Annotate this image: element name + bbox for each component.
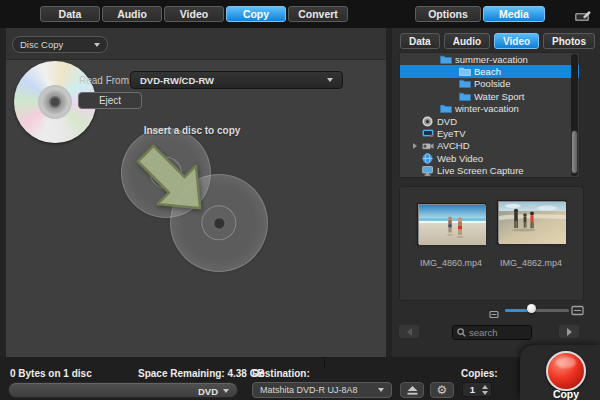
folder-icon [458,92,471,101]
thumbnail-size-slider-knob[interactable] [527,304,536,313]
video-thumbnails-panel: IMG_4860.mp4 IMG_4862.mp4 [399,186,584,301]
tree-item-beach[interactable]: Beach [400,65,579,77]
search-input[interactable] [469,327,527,338]
tab-options[interactable]: Options [415,6,481,22]
tree-item-avchd[interactable]: AVCHD [400,140,579,152]
disc-burner-app: Data Audio Video Copy Convert Options Me… [0,0,600,400]
tree-item-summer-vacation[interactable]: summer-vacation [400,53,579,65]
tab-data[interactable]: Data [40,6,100,22]
copy-record-button[interactable] [546,351,586,391]
copies-stepper[interactable]: 1 [462,382,492,397]
disc-copy-mode-label: Disc Copy [20,39,63,50]
camcorder-icon [421,142,434,150]
tree-scrollbar[interactable] [571,54,578,176]
tree-item-label: DVD [437,116,457,127]
eject-destination-button[interactable] [400,382,424,398]
media-search-field[interactable] [452,325,532,340]
folder-icon [458,79,471,88]
eject-source-button[interactable]: Eject [78,92,142,109]
tree-item-dvd[interactable]: DVD [400,115,579,127]
stepper-down-icon[interactable] [482,391,488,395]
globe-icon [421,153,434,164]
tree-item-water-sport[interactable]: Water Sport [400,90,579,102]
media-source-tree: summer-vacation Beach Poolside Water Spo… [399,52,580,178]
chevron-down-icon [378,388,384,392]
tree-item-label: AVCHD [437,140,470,151]
tree-item-label: Web Video [437,153,483,164]
monitor-icon [421,166,434,176]
tree-item-live-screen-capture[interactable]: Live Screen Capture [400,165,579,177]
thumbnail-size-small-icon [489,305,499,323]
copy-button-label: Copy [536,388,596,400]
capacity-type-value: DVD [198,386,218,397]
search-icon [457,328,466,337]
tab-copy[interactable]: Copy [226,6,286,22]
destination-label: Destination: [252,368,310,379]
tree-item-label: EyeTV [437,128,466,139]
disc-capacity-bar: DVD [8,382,238,398]
function-tabs: Data Audio Video Copy Convert [40,6,348,22]
media-tab-video[interactable]: Video [494,33,539,49]
video-thumbnail-img-4860[interactable] [418,204,485,244]
media-tab-photos[interactable]: Photos [543,33,595,49]
thumbnail-size-large-icon [571,302,584,320]
media-type-tabs: Data Audio Video Photos [400,33,595,49]
next-page-button[interactable] [558,324,580,339]
disclosure-triangle-icon[interactable] [413,140,421,151]
tree-item-web-video[interactable]: Web Video [400,152,579,164]
bottom-divider [324,357,325,368]
disc-usage-status: 0 Bytes on 1 disc [10,368,92,379]
chevron-down-icon [327,78,333,82]
dvd-icon [421,116,434,127]
media-tab-data[interactable]: Data [400,33,440,49]
tab-convert[interactable]: Convert [288,6,348,22]
thumbnail-size-slider[interactable] [505,309,569,312]
video-thumbnail-img-4862[interactable] [498,201,565,243]
media-tab-audio[interactable]: Audio [444,33,490,49]
tree-item-winter-vacation[interactable]: winter-vacation [400,103,579,115]
read-from-dropdown[interactable]: DVD-RW/CD-RW [130,71,343,89]
cd-hole [49,96,61,108]
tab-audio[interactable]: Audio [102,6,162,22]
tab-media[interactable]: Media [483,6,545,22]
tree-item-label: winter-vacation [455,103,519,114]
tree-scrollbar-thumb[interactable] [571,130,578,174]
folder-icon [458,67,471,76]
copies-label: Copies: [461,368,498,379]
gear-icon: ⚙ [437,384,448,396]
stepper-up-icon[interactable] [482,385,488,389]
previous-page-button[interactable] [398,324,420,339]
read-from-label: Read From: [79,75,132,86]
copies-value: 1 [463,384,482,395]
disc-copy-mode-dropdown[interactable]: Disc Copy [12,36,108,53]
tree-item-poolside[interactable]: Poolside [400,78,579,90]
thumbnail-filename: IMG_4862.mp4 [480,258,582,268]
right-arrow-icon [567,328,572,336]
space-remaining-status: Space Remaining: 4.38 GB [138,368,265,379]
destination-drive-dropdown[interactable]: Matshita DVD-R UJ-8A8 [252,382,392,398]
settings-button[interactable]: ⚙ [430,382,454,398]
copy-direction-arrow-icon [128,136,220,228]
tree-item-label: Poolside [474,78,510,89]
panel-tabs: Options Media [415,6,545,22]
read-from-value: DVD-RW/CD-RW [140,75,214,86]
tree-item-label: Beach [474,66,501,77]
tree-item-label: Water Sport [474,91,524,102]
tree-item-eyetv[interactable]: EyeTV [400,127,579,139]
tab-video[interactable]: Video [164,6,224,22]
top-toolbar: Data Audio Video Copy Convert Options Me… [0,0,600,28]
chevron-down-icon [94,43,100,47]
insert-disc-hint: Insert a disc to copy [122,125,262,136]
capacity-type-dropdown[interactable]: DVD [198,384,229,398]
button-gloss [556,357,576,368]
left-arrow-icon [407,328,412,336]
tree-item-label: Live Screen Capture [437,165,524,176]
stepper-arrows [482,385,491,395]
eject-icon [406,385,419,396]
media-browser-toggle-icon[interactable] [574,8,592,20]
folder-icon [439,104,452,113]
cd-hub [38,85,72,119]
folder-icon [439,55,452,64]
eyetv-icon [421,129,434,138]
tree-item-label: summer-vacation [455,54,528,65]
